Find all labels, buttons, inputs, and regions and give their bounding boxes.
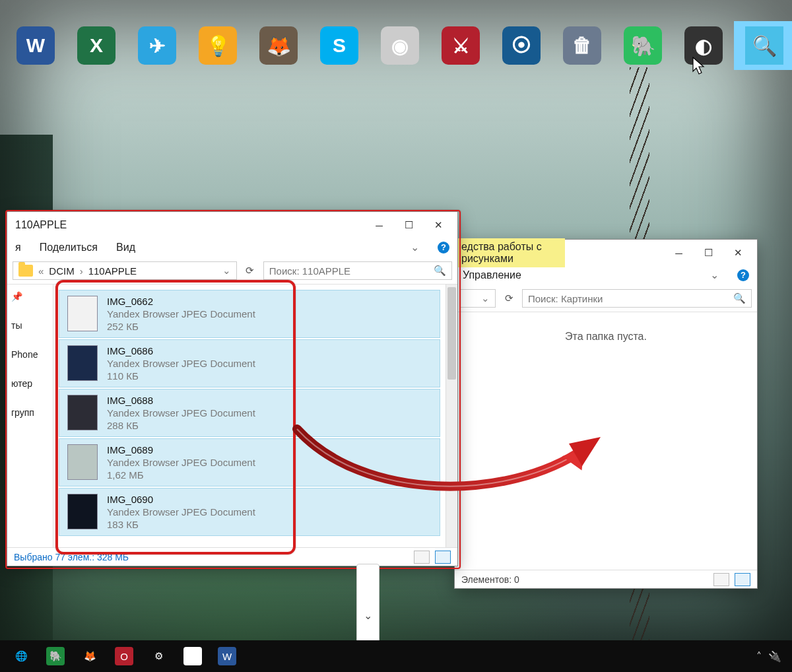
file-item[interactable]: IMG_0690Yandex Browser JPEG Document183 …	[59, 488, 440, 536]
search-input[interactable]	[528, 293, 728, 304]
lightbulb-icon[interactable]: 💡	[187, 21, 248, 70]
file-name: IMG_0662	[107, 296, 255, 307]
search-input[interactable]	[269, 265, 428, 277]
chevron-down-icon[interactable]: ⌄	[481, 292, 490, 304]
search-icon[interactable]: 🔍	[434, 265, 446, 277]
file-item[interactable]: IMG_0689Yandex Browser JPEG Document1,62…	[59, 438, 440, 487]
gimp-taskbar-icon[interactable]: 🦊	[73, 642, 107, 671]
evernote-taskbar-icon[interactable]: 🐘	[38, 642, 73, 671]
word-taskbar-icon: W	[218, 647, 236, 665]
word-taskbar-icon[interactable]: W	[210, 642, 244, 671]
excel-icon: X	[77, 26, 116, 65]
system-tray[interactable]: ˄ 🔌	[756, 650, 788, 663]
status-bar: Элементов: 0	[455, 570, 757, 588]
delphi-icon[interactable]: ⚔	[430, 21, 491, 70]
app-dock: WX✈💡🦊S◉⚔⦿🗑🐘◐🔍	[5, 21, 792, 70]
minimize-button[interactable]: ─	[664, 240, 694, 265]
tray-chevron-icon[interactable]: ˄	[756, 650, 762, 663]
file-name: IMG_0688	[107, 395, 255, 406]
maximize-button[interactable]: ☐	[394, 213, 424, 238]
close-button[interactable]: ✕	[424, 213, 453, 238]
magnifier-icon[interactable]: 🔍	[734, 21, 792, 70]
breadcrumb-part[interactable]: DCIM	[49, 265, 74, 277]
delphi-icon: ⚔	[442, 26, 480, 65]
search-box[interactable]: 🔍	[263, 261, 452, 280]
taskbar[interactable]: 🌐🐘🦊O⚙♫W ˄ 🔌	[0, 640, 792, 672]
refresh-button[interactable]: ⟳	[241, 262, 259, 279]
help-icon[interactable]: ?	[438, 242, 449, 253]
ribbon-chevron-icon[interactable]: ⌄	[411, 241, 419, 253]
search-icon[interactable]: 🔍	[733, 292, 746, 304]
file-size: 183 КБ	[107, 519, 255, 530]
steam-icon: ⦿	[502, 26, 541, 65]
file-size: 1,62 МБ	[107, 469, 255, 481]
explorer-window-pictures[interactable]: едства работы с рисунками ─ ☐ ✕ Управлен…	[454, 239, 758, 589]
file-type: Yandex Browser JPEG Document	[107, 407, 255, 419]
chevron-down-icon: ⌄	[364, 609, 372, 622]
refresh-button[interactable]: ⟳	[500, 290, 518, 307]
address-bar[interactable]: ⌄	[460, 289, 496, 308]
explorer-window-110apple[interactable]: 110APPLE ─ ☐ ✕ яПоделитьсяВид ⌄ ? « DCIM…	[7, 211, 458, 566]
cursor-icon	[692, 57, 706, 75]
breadcrumb-part[interactable]: 110APPLE	[88, 265, 137, 277]
search-box[interactable]: 🔍	[522, 289, 752, 308]
titlebar[interactable]: 110APPLE ─ ☐ ✕	[7, 212, 457, 238]
empty-folder-text: Эта папка пуста.	[455, 312, 757, 570]
recycle-icon[interactable]: 🗑	[552, 21, 612, 70]
file-thumbnail	[67, 444, 98, 480]
opera-taskbar-icon[interactable]: O	[107, 642, 141, 671]
file-name: IMG_0690	[107, 494, 255, 505]
ribbon-tab[interactable]: Вид	[116, 242, 135, 253]
skype-icon[interactable]: S	[309, 21, 370, 70]
ribbon-tab[interactable]: Поделиться	[40, 242, 98, 253]
ribbon-chevron-icon[interactable]: ⌄	[710, 269, 719, 281]
address-bar[interactable]: « DCIM › 110APPLE ⌄	[13, 261, 237, 280]
chrome-icon[interactable]: ◉	[370, 21, 430, 70]
file-item[interactable]: IMG_0688Yandex Browser JPEG Document288 …	[59, 389, 440, 437]
ribbon-tab-manage[interactable]: Управление	[463, 269, 521, 281]
itunes-taskbar-icon[interactable]: ♫	[176, 642, 210, 671]
magnifier-icon: 🔍	[745, 26, 783, 65]
help-icon[interactable]: ?	[737, 269, 749, 281]
file-type: Yandex Browser JPEG Document	[107, 506, 255, 518]
steam-icon[interactable]: ⦿	[491, 21, 552, 70]
chevron-down-icon[interactable]: ⌄	[222, 265, 231, 277]
maximize-button[interactable]: ☐	[694, 240, 723, 265]
file-name: IMG_0689	[107, 444, 255, 455]
file-list[interactable]: IMG_0662Yandex Browser JPEG Document252 …	[53, 285, 446, 547]
file-item[interactable]: IMG_0686Yandex Browser JPEG Document110 …	[59, 339, 440, 387]
details-view-button[interactable]	[713, 573, 729, 586]
minimize-button[interactable]: ─	[364, 213, 394, 238]
file-item[interactable]: IMG_0662Yandex Browser JPEG Document252 …	[59, 290, 440, 338]
close-button[interactable]: ✕	[723, 240, 753, 265]
excel-icon[interactable]: X	[66, 21, 127, 70]
chrome-taskbar-icon[interactable]: 🌐	[4, 642, 38, 671]
ribbon-tab-tools[interactable]: едства работы с рисунками	[457, 238, 565, 267]
pin-icon[interactable]: 📌	[11, 291, 49, 302]
thumbnails-view-button[interactable]	[735, 573, 750, 586]
word-icon[interactable]: W	[5, 21, 66, 70]
nav-tree-item[interactable]: групп	[11, 407, 49, 418]
nav-tree-item[interactable]: ты	[11, 320, 49, 331]
titlebar[interactable]: едства работы с рисунками ─ ☐ ✕	[455, 240, 757, 266]
nav-tree-item[interactable]: Phone	[11, 349, 49, 360]
evernote-icon[interactable]: 🐘	[612, 21, 673, 70]
address-bar-row: ⌄ ⟳ 🔍	[455, 286, 757, 312]
item-count: Элементов: 0	[461, 574, 519, 585]
ribbon-tab[interactable]: я	[15, 242, 21, 253]
tray-power-icon[interactable]: 🔌	[768, 650, 781, 663]
gimp-taskbar-icon: 🦊	[81, 647, 99, 665]
settings-taskbar-icon[interactable]: ⚙	[141, 642, 176, 671]
thumbnails-view-button[interactable]	[435, 551, 451, 564]
navigation-pane[interactable]: 📌 тыPhoneютергрупп	[7, 285, 53, 547]
scrollbar[interactable]	[446, 285, 457, 547]
nav-tree-item[interactable]: ютер	[11, 378, 49, 389]
telegram-icon[interactable]: ✈	[127, 21, 187, 70]
file-size: 288 КБ	[107, 420, 255, 431]
gimp-icon[interactable]: 🦊	[248, 21, 309, 70]
ribbon-tabs: яПоделитьсяВид ⌄ ?	[7, 238, 457, 259]
itunes-taskbar-icon: ♫	[183, 647, 202, 665]
scrollbar-thumb[interactable]	[447, 287, 456, 380]
details-view-button[interactable]	[414, 551, 430, 564]
file-thumbnail	[67, 345, 98, 381]
